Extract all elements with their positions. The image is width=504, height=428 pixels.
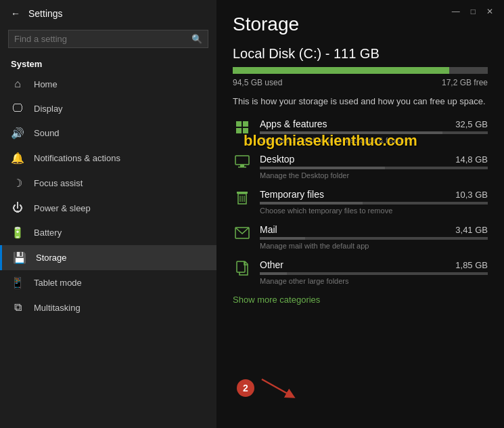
sidebar-item-label: Multitasking [34,303,81,313]
system-section-label: System [0,53,216,72]
apps-name: Apps & features [260,119,327,129]
mail-header: Mail 3,41 GB [260,224,488,235]
maximize-button[interactable]: □ [471,7,476,16]
sidebar-item-label: Notifications & actions [34,153,120,163]
minimize-button[interactable]: — [452,7,460,16]
desktop-header: Desktop 14,8 GB [260,154,488,165]
temp-bar [260,202,488,205]
storage-item-desktop[interactable]: Desktop 14,8 GB Manage the Desktop folde… [233,154,488,179]
sidebar-item-storage[interactable]: 💾 Storage [0,245,216,270]
close-button[interactable]: ✕ [486,7,493,16]
notifications-icon: 🔔 [11,152,24,165]
desktop-content: Desktop 14,8 GB Manage the Desktop folde… [260,154,488,179]
mail-size: 3,41 GB [455,225,488,235]
sidebar-item-display[interactable]: 🖵 Display [0,96,216,121]
settings-title: Settings [28,8,63,19]
temp-header: Temporary files 10,3 GB [260,189,488,200]
other-header: Other 1,85 GB [260,259,488,270]
desktop-icon [233,155,252,173]
sidebar-item-multitasking[interactable]: ⧉ Multitasking [0,295,216,320]
sidebar-item-label: Focus assist [34,178,83,188]
sidebar-item-label: Sound [34,128,60,138]
main-content: — □ ✕ Storage Local Disk (C:) - 111 GB 9… [216,0,504,428]
storage-item-mail[interactable]: Mail 3,41 GB Manage mail with the defaul… [233,224,488,250]
other-name: Other [260,259,283,270]
sound-icon: 🔊 [11,127,24,140]
temp-size: 10,3 GB [455,190,488,200]
storage-description: This is how your storage is used and how… [233,95,488,108]
svg-rect-5 [240,165,244,167]
svg-rect-2 [236,128,242,133]
arrow-2 [258,378,296,398]
temp-content: Temporary files 10,3 GB Choose which tem… [260,189,488,215]
focus-icon: ☽ [11,177,24,190]
desktop-size: 14,8 GB [455,154,488,165]
mail-icon [233,226,252,243]
show-more-button[interactable]: Show more categories [233,295,488,305]
storage-item-temp[interactable]: Temporary files 10,3 GB Choose which tem… [233,189,488,215]
sidebar-item-focus[interactable]: ☽ Focus assist [0,171,216,196]
sidebar-item-sound[interactable]: 🔊 Sound [0,121,216,146]
battery-icon: 🔋 [11,226,24,239]
desktop-bar [260,167,488,169]
svg-rect-12 [237,261,245,272]
sidebar-item-label: Display [34,104,63,114]
sidebar-item-label: Battery [34,228,62,238]
multitasking-icon: ⧉ [11,301,24,314]
temp-desc: Choose which temporary files to remove [260,207,488,215]
temp-name: Temporary files [260,189,324,200]
temp-icon [233,190,252,209]
svg-rect-4 [235,156,249,165]
back-button[interactable]: ← [11,8,20,19]
sidebar: ← Settings 🔍 System ⌂ Home 🖵 Display 🔊 S… [0,0,216,428]
desktop-desc: Manage the Desktop folder [260,171,488,179]
other-bar [260,272,488,275]
mail-bar [260,237,488,240]
badge-2: 2 [237,379,254,397]
power-icon: ⏻ [11,202,24,214]
other-icon [233,261,252,280]
annotation-2-group: 2 [237,378,296,398]
sidebar-item-notifications[interactable]: 🔔 Notifications & actions [0,146,216,171]
other-size: 1,85 GB [455,260,488,270]
disk-title: Local Disk (C:) - 111 GB [233,46,488,62]
storage-icon: 💾 [13,251,26,264]
apps-header: Apps & features 32,5 GB [260,119,488,129]
sidebar-item-label: Storage [36,253,67,263]
display-icon: 🖵 [11,102,24,114]
svg-rect-1 [243,121,248,127]
sidebar-item-tablet[interactable]: 📱 Tablet mode [0,270,216,295]
mail-name: Mail [260,224,277,235]
mail-desc: Manage mail with the default app [260,242,488,250]
storage-item-other[interactable]: Other 1,85 GB Manage other large folders [233,259,488,285]
sidebar-item-label: Tablet mode [34,278,82,288]
storage-bar-fill [233,67,449,74]
svg-rect-0 [236,121,242,127]
svg-line-14 [262,379,291,395]
sidebar-item-home[interactable]: ⌂ Home [0,72,216,96]
tablet-icon: 📱 [11,276,24,289]
home-icon: ⌂ [11,78,24,90]
free-label: 17,2 GB free [442,78,488,87]
sidebar-item-power[interactable]: ⏻ Power & sleep [0,196,216,220]
desktop-name: Desktop [260,154,294,165]
search-box[interactable]: 🔍 [8,30,208,48]
sidebar-item-label: Power & sleep [34,203,91,213]
sidebar-header: ← Settings [0,0,216,27]
sidebar-item-battery[interactable]: 🔋 Battery [0,220,216,245]
used-label: 94,5 GB used [233,78,282,87]
search-input[interactable] [14,34,187,44]
mail-content: Mail 3,41 GB Manage mail with the defaul… [260,224,488,250]
storage-bar [233,67,488,74]
window-controls: — □ ✕ [452,7,493,16]
apps-size: 32,5 GB [455,119,488,129]
storage-stats: 94,5 GB used 17,2 GB free [233,78,488,87]
other-content: Other 1,85 GB Manage other large folders [260,259,488,285]
other-desc: Manage other large folders [260,277,488,285]
svg-rect-6 [238,167,246,168]
watermark: blogchiasekienthuc.com [244,132,417,150]
search-icon: 🔍 [191,34,202,44]
sidebar-item-label: Home [34,79,58,89]
page-title: Storage [233,14,488,35]
